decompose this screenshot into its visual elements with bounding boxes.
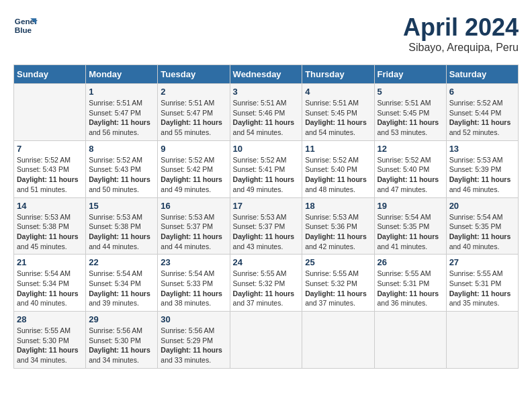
day-info: Sunrise: 5:54 AMSunset: 5:34 PMDaylight:… bbox=[89, 269, 154, 308]
day-number: 28 bbox=[17, 314, 83, 324]
day-info: Sunrise: 5:55 AMSunset: 5:32 PMDaylight:… bbox=[305, 269, 371, 308]
day-number: 1 bbox=[89, 87, 154, 97]
day-number: 17 bbox=[233, 201, 300, 211]
calendar-cell bbox=[14, 84, 86, 141]
weekday-header: Monday bbox=[86, 65, 158, 84]
month-title: April 2024 bbox=[403, 13, 519, 42]
day-info: Sunrise: 5:52 AMSunset: 5:44 PMDaylight:… bbox=[449, 98, 515, 138]
calendar-cell: 13Sunrise: 5:53 AMSunset: 5:39 PMDayligh… bbox=[446, 140, 518, 197]
calendar-cell: 23Sunrise: 5:54 AMSunset: 5:33 PMDayligh… bbox=[158, 255, 230, 312]
day-number: 15 bbox=[89, 201, 154, 211]
weekday-header: Tuesday bbox=[158, 65, 230, 84]
calendar-cell: 5Sunrise: 5:51 AMSunset: 5:45 PMDaylight… bbox=[374, 84, 446, 141]
day-number: 12 bbox=[378, 144, 443, 154]
calendar-cell: 10Sunrise: 5:52 AMSunset: 5:41 PMDayligh… bbox=[230, 140, 302, 197]
day-info: Sunrise: 5:56 AMSunset: 5:29 PMDaylight:… bbox=[161, 326, 226, 365]
calendar-cell: 8Sunrise: 5:52 AMSunset: 5:43 PMDaylight… bbox=[86, 140, 158, 197]
day-info: Sunrise: 5:53 AMSunset: 5:37 PMDaylight:… bbox=[233, 212, 300, 252]
calendar-cell: 27Sunrise: 5:55 AMSunset: 5:31 PMDayligh… bbox=[446, 255, 518, 312]
day-info: Sunrise: 5:53 AMSunset: 5:36 PMDaylight:… bbox=[305, 212, 371, 252]
day-number: 27 bbox=[449, 257, 515, 267]
day-info: Sunrise: 5:56 AMSunset: 5:30 PMDaylight:… bbox=[89, 326, 154, 365]
day-info: Sunrise: 5:52 AMSunset: 5:42 PMDaylight:… bbox=[161, 155, 226, 195]
calendar-cell: 29Sunrise: 5:56 AMSunset: 5:30 PMDayligh… bbox=[86, 312, 158, 369]
day-number: 21 bbox=[17, 257, 83, 267]
day-number: 3 bbox=[233, 87, 300, 97]
day-number: 2 bbox=[161, 87, 226, 97]
day-number: 25 bbox=[305, 257, 371, 267]
weekday-header: Friday bbox=[374, 65, 446, 84]
day-number: 29 bbox=[89, 314, 154, 324]
day-number: 22 bbox=[89, 257, 154, 267]
calendar-week-row: 21Sunrise: 5:54 AMSunset: 5:34 PMDayligh… bbox=[14, 255, 519, 312]
calendar-table: SundayMondayTuesdayWednesdayThursdayFrid… bbox=[13, 64, 519, 369]
day-info: Sunrise: 5:55 AMSunset: 5:31 PMDaylight:… bbox=[378, 269, 443, 308]
calendar-week-row: 7Sunrise: 5:52 AMSunset: 5:43 PMDaylight… bbox=[14, 140, 519, 197]
calendar-cell: 2Sunrise: 5:51 AMSunset: 5:47 PMDaylight… bbox=[158, 84, 230, 141]
day-number: 16 bbox=[161, 201, 226, 211]
title-section: April 2024 Sibayo, Arequipa, Peru bbox=[403, 13, 519, 54]
day-number: 30 bbox=[161, 314, 226, 324]
day-number: 4 bbox=[305, 87, 371, 97]
day-info: Sunrise: 5:51 AMSunset: 5:47 PMDaylight:… bbox=[161, 98, 226, 138]
weekday-header: Saturday bbox=[446, 65, 518, 84]
day-info: Sunrise: 5:51 AMSunset: 5:46 PMDaylight:… bbox=[233, 98, 300, 138]
logo: General Blue General Blue bbox=[13, 13, 38, 38]
day-info: Sunrise: 5:51 AMSunset: 5:45 PMDaylight:… bbox=[305, 98, 371, 138]
day-info: Sunrise: 5:55 AMSunset: 5:30 PMDaylight:… bbox=[17, 326, 83, 365]
weekday-header-row: SundayMondayTuesdayWednesdayThursdayFrid… bbox=[14, 65, 519, 84]
weekday-header: Thursday bbox=[302, 65, 374, 84]
day-info: Sunrise: 5:54 AMSunset: 5:35 PMDaylight:… bbox=[378, 212, 443, 252]
day-number: 14 bbox=[17, 201, 83, 211]
day-info: Sunrise: 5:52 AMSunset: 5:40 PMDaylight:… bbox=[378, 155, 443, 195]
calendar-cell: 18Sunrise: 5:53 AMSunset: 5:36 PMDayligh… bbox=[302, 197, 374, 255]
calendar-cell: 16Sunrise: 5:53 AMSunset: 5:37 PMDayligh… bbox=[158, 197, 230, 255]
location: Sibayo, Arequipa, Peru bbox=[403, 42, 519, 54]
day-info: Sunrise: 5:52 AMSunset: 5:41 PMDaylight:… bbox=[233, 155, 300, 195]
day-number: 18 bbox=[305, 201, 371, 211]
logo-icon: General Blue bbox=[13, 13, 38, 38]
calendar-cell: 14Sunrise: 5:53 AMSunset: 5:38 PMDayligh… bbox=[14, 197, 86, 255]
day-number: 6 bbox=[449, 87, 515, 97]
day-number: 10 bbox=[233, 144, 300, 154]
day-info: Sunrise: 5:54 AMSunset: 5:35 PMDaylight:… bbox=[449, 212, 515, 252]
calendar-week-row: 14Sunrise: 5:53 AMSunset: 5:38 PMDayligh… bbox=[14, 197, 519, 255]
calendar-cell bbox=[446, 312, 518, 369]
calendar-cell bbox=[374, 312, 446, 369]
weekday-header: Sunday bbox=[14, 65, 86, 84]
day-info: Sunrise: 5:53 AMSunset: 5:38 PMDaylight:… bbox=[17, 212, 83, 252]
calendar-cell: 19Sunrise: 5:54 AMSunset: 5:35 PMDayligh… bbox=[374, 197, 446, 255]
day-info: Sunrise: 5:55 AMSunset: 5:31 PMDaylight:… bbox=[449, 269, 515, 308]
day-info: Sunrise: 5:51 AMSunset: 5:45 PMDaylight:… bbox=[378, 98, 443, 138]
day-info: Sunrise: 5:54 AMSunset: 5:34 PMDaylight:… bbox=[17, 269, 83, 308]
calendar-cell: 12Sunrise: 5:52 AMSunset: 5:40 PMDayligh… bbox=[374, 140, 446, 197]
calendar-cell: 9Sunrise: 5:52 AMSunset: 5:42 PMDaylight… bbox=[158, 140, 230, 197]
calendar-cell: 21Sunrise: 5:54 AMSunset: 5:34 PMDayligh… bbox=[14, 255, 86, 312]
day-info: Sunrise: 5:54 AMSunset: 5:33 PMDaylight:… bbox=[161, 269, 226, 308]
calendar-cell bbox=[230, 312, 302, 369]
day-number: 8 bbox=[89, 144, 154, 154]
calendar-cell: 3Sunrise: 5:51 AMSunset: 5:46 PMDaylight… bbox=[230, 84, 302, 141]
calendar-cell: 7Sunrise: 5:52 AMSunset: 5:43 PMDaylight… bbox=[14, 140, 86, 197]
calendar-cell: 4Sunrise: 5:51 AMSunset: 5:45 PMDaylight… bbox=[302, 84, 374, 141]
day-info: Sunrise: 5:52 AMSunset: 5:43 PMDaylight:… bbox=[89, 155, 154, 195]
calendar-cell: 22Sunrise: 5:54 AMSunset: 5:34 PMDayligh… bbox=[86, 255, 158, 312]
day-number: 23 bbox=[161, 257, 226, 267]
day-number: 20 bbox=[449, 201, 515, 211]
day-info: Sunrise: 5:53 AMSunset: 5:38 PMDaylight:… bbox=[89, 212, 154, 252]
calendar-cell: 15Sunrise: 5:53 AMSunset: 5:38 PMDayligh… bbox=[86, 197, 158, 255]
calendar-cell: 6Sunrise: 5:52 AMSunset: 5:44 PMDaylight… bbox=[446, 84, 518, 141]
day-number: 9 bbox=[161, 144, 226, 154]
day-info: Sunrise: 5:52 AMSunset: 5:43 PMDaylight:… bbox=[17, 155, 83, 195]
day-info: Sunrise: 5:53 AMSunset: 5:39 PMDaylight:… bbox=[449, 155, 515, 195]
day-info: Sunrise: 5:53 AMSunset: 5:37 PMDaylight:… bbox=[161, 212, 226, 252]
calendar-cell: 25Sunrise: 5:55 AMSunset: 5:32 PMDayligh… bbox=[302, 255, 374, 312]
calendar-cell: 11Sunrise: 5:52 AMSunset: 5:40 PMDayligh… bbox=[302, 140, 374, 197]
day-info: Sunrise: 5:55 AMSunset: 5:32 PMDaylight:… bbox=[233, 269, 300, 308]
day-info: Sunrise: 5:52 AMSunset: 5:40 PMDaylight:… bbox=[305, 155, 371, 195]
day-number: 24 bbox=[233, 257, 300, 267]
calendar-cell: 26Sunrise: 5:55 AMSunset: 5:31 PMDayligh… bbox=[374, 255, 446, 312]
calendar-cell: 24Sunrise: 5:55 AMSunset: 5:32 PMDayligh… bbox=[230, 255, 302, 312]
calendar-cell bbox=[302, 312, 374, 369]
calendar-cell: 28Sunrise: 5:55 AMSunset: 5:30 PMDayligh… bbox=[14, 312, 86, 369]
